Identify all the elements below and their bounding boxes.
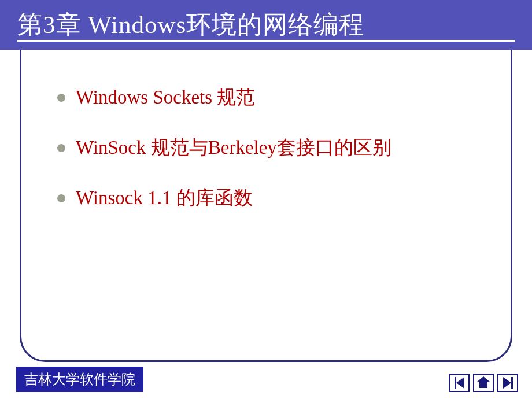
bullet-text: WinSock 规范与Berkeley套接口的区别 (76, 135, 391, 161)
list-item: Windows Sockets 规范 (57, 84, 482, 110)
bullet-list: Windows Sockets 规范 WinSock 规范与Berkeley套接… (21, 50, 511, 211)
next-button[interactable] (497, 374, 518, 392)
title-underline (17, 40, 515, 42)
bar-icon (511, 377, 513, 389)
prev-button[interactable] (449, 374, 470, 392)
slide-header: 第3章 Windows环境的网络编程 (0, 0, 532, 50)
bullet-icon (57, 144, 65, 152)
list-item: WinSock 规范与Berkeley套接口的区别 (57, 135, 482, 161)
bullet-icon (57, 94, 65, 102)
footer-institution: 吉林大学软件学院 (16, 367, 143, 392)
list-item: Winsock 1.1 的库函数 (57, 185, 482, 211)
content-frame: Windows Sockets 规范 WinSock 规范与Berkeley套接… (20, 50, 512, 362)
arrow-left-icon (456, 377, 464, 389)
nav-controls (449, 374, 518, 392)
slide-title: 第3章 Windows环境的网络编程 (17, 8, 532, 42)
bullet-icon (57, 194, 65, 202)
bullet-text: Windows Sockets 规范 (76, 84, 255, 110)
home-icon (478, 378, 489, 388)
arrow-right-icon (503, 377, 511, 389)
home-button[interactable] (473, 374, 494, 392)
bullet-text: Winsock 1.1 的库函数 (76, 185, 253, 211)
